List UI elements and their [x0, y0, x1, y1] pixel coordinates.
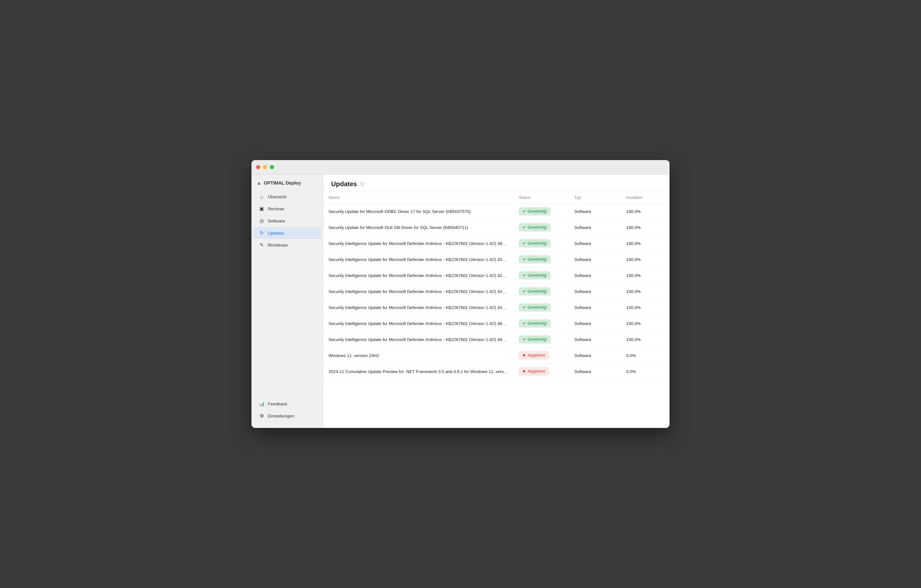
cell-status: ✔ Genehmigt: [514, 300, 569, 316]
x-icon: ✖: [522, 369, 526, 374]
software-icon: ◎: [259, 218, 265, 224]
status-badge: ✔ Genehmigt: [519, 319, 550, 327]
cell-typ: Software: [569, 316, 621, 332]
sidebar-logo: ▲ OPTIMAL Deploy: [252, 178, 323, 191]
table-row[interactable]: Security Intelligence Update for Microso…: [323, 300, 669, 316]
sidebar-label-updates: Updates: [268, 231, 284, 236]
cell-status: ✔ Genehmigt: [514, 283, 569, 300]
app-window: ▲ OPTIMAL Deploy ⌂ Übersicht ▣ Rechner ◎…: [252, 160, 669, 428]
cell-status: ✔ Genehmigt: [514, 267, 569, 283]
status-badge: ✖ Abgelehnt: [519, 352, 549, 359]
table-row[interactable]: 2024-11 Cumulative Update Preview for .N…: [323, 363, 669, 380]
sidebar-item-updates[interactable]: ↻ Updates: [254, 227, 321, 239]
cell-status: ✔ Genehmigt: [514, 316, 569, 332]
sidebar-label-rechner: Rechner: [268, 207, 285, 211]
sidebar-item-rechner[interactable]: ▣ Rechner: [254, 203, 321, 215]
sidebar-nav: ⌂ Übersicht ▣ Rechner ◎ Software ↻ Updat…: [252, 191, 323, 394]
cell-installiert: 100.0%: [621, 220, 669, 236]
cell-typ: Software: [569, 204, 621, 220]
status-badge: ✔ Genehmigt: [519, 303, 550, 311]
sidebar-item-richtlinien[interactable]: ✎ Richtlinien: [254, 239, 321, 251]
sidebar-bottom: 📊 Feedback ⚙ Einstellungen: [252, 394, 323, 425]
cell-name: Security Update for Microsoft ODBC Drive…: [323, 204, 514, 220]
cell-typ: Software: [569, 236, 621, 251]
cell-installiert: 100.0%: [621, 300, 669, 316]
table-row[interactable]: Security Intelligence Update for Microso…: [323, 251, 669, 267]
cell-typ: Software: [569, 348, 621, 363]
sidebar-label-richtlinien: Richtlinien: [268, 243, 288, 248]
sidebar-item-software[interactable]: ◎ Software: [254, 215, 321, 227]
cell-status: ✔ Genehmigt: [514, 251, 569, 267]
check-icon: ✔: [522, 289, 526, 294]
check-icon: ✔: [522, 273, 526, 278]
col-header-status: Status: [514, 192, 569, 204]
cell-typ: Software: [569, 267, 621, 283]
cell-installiert: 100.0%: [621, 267, 669, 283]
col-header-name: Name: [323, 192, 514, 204]
table-row[interactable]: Security Intelligence Update for Microso…: [323, 332, 669, 348]
cell-typ: Software: [569, 251, 621, 267]
titlebar: [252, 160, 669, 174]
sidebar-item-feedback[interactable]: 📊 Feedback: [254, 398, 321, 410]
cell-installiert: 0.0%: [621, 363, 669, 380]
table-row[interactable]: Security Intelligence Update for Microso…: [323, 267, 669, 283]
status-badge: ✔ Genehmigt: [519, 223, 550, 231]
cell-name: Security Update for Microsoft OLE DB Dri…: [323, 220, 514, 236]
minimize-button[interactable]: [263, 165, 267, 169]
feedback-icon: 📊: [259, 401, 265, 407]
sidebar-item-einstellungen[interactable]: ⚙ Einstellungen: [254, 410, 321, 422]
cell-typ: Software: [569, 332, 621, 348]
sidebar: ▲ OPTIMAL Deploy ⌂ Übersicht ▣ Rechner ◎…: [252, 174, 323, 428]
status-badge: ✔ Genehmigt: [519, 256, 550, 263]
app-body: ▲ OPTIMAL Deploy ⌂ Übersicht ▣ Rechner ◎…: [252, 174, 669, 428]
cell-status: ✔ Genehmigt: [514, 236, 569, 251]
check-icon: ✔: [522, 337, 526, 342]
status-badge: ✔ Genehmigt: [519, 336, 550, 343]
traffic-lights: [256, 165, 274, 169]
cell-installiert: 100.0%: [621, 251, 669, 267]
main-header: Updates ▽: [323, 174, 669, 192]
cell-name: Security Intelligence Update for Microso…: [323, 283, 514, 300]
updates-table: Name Status Typ Installiert Security Upd…: [323, 192, 669, 380]
sidebar-item-ubersicht[interactable]: ⌂ Übersicht: [254, 191, 321, 202]
table-header: Name Status Typ Installiert: [323, 192, 669, 204]
cell-name: Security Intelligence Update for Microso…: [323, 251, 514, 267]
cell-installiert: 100.0%: [621, 283, 669, 300]
status-badge: ✖ Abgelehnt: [519, 368, 549, 375]
filter-icon[interactable]: ▽: [360, 181, 364, 187]
cell-status: ✖ Abgelehnt: [514, 348, 569, 363]
cell-typ: Software: [569, 283, 621, 300]
cell-name: Security Intelligence Update for Microso…: [323, 236, 514, 251]
cell-status: ✔ Genehmigt: [514, 204, 569, 220]
cell-typ: Software: [569, 363, 621, 380]
cell-name: Security Intelligence Update for Microso…: [323, 300, 514, 316]
close-button[interactable]: [256, 165, 260, 169]
logo-label: OPTIMAL Deploy: [264, 180, 301, 186]
maximize-button[interactable]: [270, 165, 274, 169]
cell-typ: Software: [569, 300, 621, 316]
status-badge: ✔ Genehmigt: [519, 272, 550, 279]
check-icon: ✔: [522, 257, 526, 262]
cell-status: ✔ Genehmigt: [514, 332, 569, 348]
table-row[interactable]: Security Intelligence Update for Microso…: [323, 236, 669, 251]
policy-icon: ✎: [259, 242, 265, 248]
table-body: Security Update for Microsoft ODBC Drive…: [323, 204, 669, 380]
cell-typ: Software: [569, 220, 621, 236]
table-row[interactable]: Security Update for Microsoft OLE DB Dri…: [323, 220, 669, 236]
main-content: Updates ▽ Name Status Typ Installiert Se…: [323, 174, 669, 428]
check-icon: ✔: [522, 241, 526, 246]
table-row[interactable]: Security Update for Microsoft ODBC Drive…: [323, 204, 669, 220]
cell-installiert: 0.0%: [621, 348, 669, 363]
home-icon: ⌂: [259, 194, 265, 200]
x-icon: ✖: [522, 353, 526, 358]
table-container: Name Status Typ Installiert Security Upd…: [323, 192, 669, 428]
table-row[interactable]: Security Intelligence Update for Microso…: [323, 316, 669, 332]
table-row[interactable]: Windows 11, version 24H2✖ AbgelehntSoftw…: [323, 348, 669, 363]
table-row[interactable]: Security Intelligence Update for Microso…: [323, 283, 669, 300]
cell-installiert: 100.0%: [621, 204, 669, 220]
logo-icon: ▲: [257, 180, 261, 186]
cell-status: ✖ Abgelehnt: [514, 363, 569, 380]
sidebar-label-einstellungen: Einstellungen: [268, 414, 294, 419]
check-icon: ✔: [522, 225, 526, 230]
status-badge: ✔ Genehmigt: [519, 207, 550, 215]
